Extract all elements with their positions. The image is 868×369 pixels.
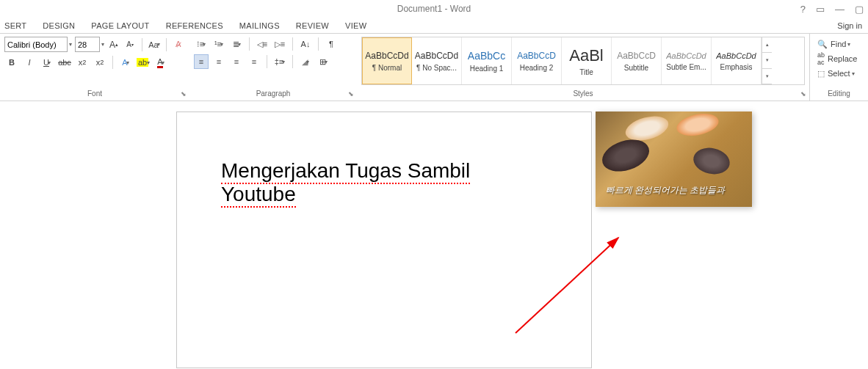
tab-references[interactable]: REFERENCES [166, 21, 223, 30]
ribbon-display-icon[interactable]: ▭ [816, 4, 825, 15]
select-button[interactable]: ⬚ Select ▾ [814, 66, 864, 81]
document-page[interactable]: Mengerjakan Tugas Sambil Youtube [176, 112, 592, 368]
superscript-button[interactable]: x2 [93, 55, 107, 70]
select-icon: ⬚ [817, 69, 825, 78]
strikethrough-button[interactable]: abc [57, 55, 72, 70]
style-subtitle[interactable]: AaBbCcD Subtitle [612, 37, 662, 84]
find-dropdown-icon[interactable]: ▾ [847, 41, 850, 48]
font-group-label: Font [4, 89, 185, 99]
align-center-button[interactable]: ≡ [211, 54, 226, 69]
styles-group-label: Styles [361, 89, 805, 99]
replace-icon: abac [817, 51, 825, 66]
pip-content [675, 112, 721, 139]
underline-button[interactable]: U▾ [40, 55, 54, 70]
sort-button[interactable]: A↓ [298, 37, 313, 51]
styles-dialog-launcher[interactable]: ⬊ [800, 90, 806, 98]
styles-gallery: AaBbCcDd ¶ Normal AaBbCcDd ¶ No Spac... … [361, 37, 805, 85]
style-normal[interactable]: AaBbCcDd ¶ Normal [362, 37, 412, 84]
font-family-dropdown-icon[interactable]: ▾ [69, 41, 72, 48]
minimize-icon[interactable]: — [835, 4, 845, 15]
style-title[interactable]: AaBl Title [562, 37, 612, 84]
pip-content [598, 134, 653, 177]
styles-scroll-up[interactable]: ▴ [762, 37, 772, 53]
maximize-icon[interactable]: ▢ [855, 4, 864, 15]
tab-page-layout[interactable]: PAGE LAYOUT [91, 21, 149, 30]
tab-mailings[interactable]: MAILINGS [239, 21, 280, 30]
editing-group-label: Editing [814, 89, 864, 99]
find-button[interactable]: 🔍 Find ▾ [814, 37, 864, 51]
highlight-button[interactable]: ab▾ [136, 55, 151, 70]
font-dialog-launcher[interactable]: ⬊ [181, 90, 187, 98]
show-hide-button[interactable]: ¶ [324, 37, 339, 51]
ribbon-tabs: SERT DESIGN PAGE LAYOUT REFERENCES MAILI… [0, 18, 868, 34]
numbering-button[interactable]: ¹≡▾ [211, 37, 226, 51]
editing-group: 🔍 Find ▾ abac Replace ⬚ Select ▾ Editing [809, 34, 868, 101]
select-dropdown-icon[interactable]: ▾ [852, 70, 855, 77]
shrink-font-button[interactable]: A▾ [123, 37, 137, 52]
sign-in-link[interactable]: Sign in [837, 21, 862, 30]
tab-design[interactable]: DESIGN [43, 21, 75, 30]
title-bar: Document1 - Word ? ▭ — ▢ [0, 0, 868, 18]
styles-group: AaBbCcDd ¶ Normal AaBbCcDd ¶ No Spac... … [357, 34, 809, 101]
replace-button[interactable]: abac Replace [814, 51, 864, 66]
pip-content [691, 145, 732, 178]
find-icon: 🔍 [817, 40, 828, 49]
style-emphasis[interactable]: AaBbCcDd Emphasis [712, 37, 762, 84]
clear-formatting-button[interactable]: A̷ [172, 37, 185, 52]
style-heading2[interactable]: AaBbCcD Heading 2 [512, 37, 562, 84]
styles-scroll-down[interactable]: ▾ [762, 53, 772, 68]
borders-button[interactable]: ⊞▾ [316, 54, 330, 69]
change-case-button[interactable]: Aa▾ [148, 37, 161, 52]
workspace: Mengerjakan Tugas Sambil Youtube 빠르게 완성되… [0, 101, 868, 369]
font-family-select[interactable] [4, 37, 68, 52]
text-effects-button[interactable]: A▾ [118, 55, 133, 70]
style-heading1[interactable]: AaBbCc Heading 1 [462, 37, 512, 84]
font-group: ▾ ▾ A▴ A▾ Aa▾ A̷ B I U▾ abc x2 x2 A▾ ab▾… [0, 34, 189, 101]
paragraph-dialog-launcher[interactable]: ⬊ [348, 90, 354, 98]
multilevel-list-button[interactable]: ≣▾ [229, 37, 244, 51]
line-spacing-button[interactable]: ‡≡▾ [272, 54, 287, 69]
document-text[interactable]: Mengerjakan Tugas Sambil Youtube [221, 159, 470, 208]
paragraph-group-label: Paragraph [194, 89, 352, 99]
font-color-button[interactable]: A▾ [153, 55, 168, 70]
italic-button[interactable]: I [22, 55, 37, 70]
grow-font-button[interactable]: A▴ [107, 37, 120, 52]
paragraph-group: ⁝≡▾ ¹≡▾ ≣▾ ◁≡ ▷≡ A↓ ¶ ≡ ≡ ≡ ≡ ‡≡▾ ◢▾ ⊞▾ … [189, 34, 357, 101]
style-no-spacing[interactable]: AaBbCcDd ¶ No Spac... [412, 37, 462, 84]
tab-insert[interactable]: SERT [4, 21, 26, 30]
decrease-indent-button[interactable]: ◁≡ [255, 37, 270, 51]
bullets-button[interactable]: ⁝≡▾ [194, 37, 209, 51]
tab-review[interactable]: REVIEW [296, 21, 329, 30]
increase-indent-button[interactable]: ▷≡ [272, 37, 287, 51]
bold-button[interactable]: B [4, 55, 19, 70]
justify-button[interactable]: ≡ [247, 54, 261, 69]
align-right-button[interactable]: ≡ [229, 54, 244, 69]
style-subtle-emphasis[interactable]: AaBbCcDd Subtle Em... [662, 37, 712, 84]
help-icon[interactable]: ? [800, 4, 806, 15]
align-left-button[interactable]: ≡ [194, 54, 209, 69]
styles-expand[interactable]: ▾ [762, 69, 772, 84]
pip-caption: 빠르게 완성되어가는 초밥들과 [606, 184, 725, 197]
font-size-select[interactable] [75, 37, 100, 52]
ribbon: ▾ ▾ A▴ A▾ Aa▾ A̷ B I U▾ abc x2 x2 A▾ ab▾… [0, 34, 868, 101]
tab-view[interactable]: VIEW [345, 21, 366, 30]
shading-button[interactable]: ◢▾ [298, 54, 313, 69]
subscript-button[interactable]: x2 [75, 55, 90, 70]
font-size-dropdown-icon[interactable]: ▾ [101, 41, 104, 48]
picture-in-picture-video[interactable]: 빠르게 완성되어가는 초밥들과 [596, 112, 752, 207]
window-title: Document1 - Word [397, 4, 471, 14]
